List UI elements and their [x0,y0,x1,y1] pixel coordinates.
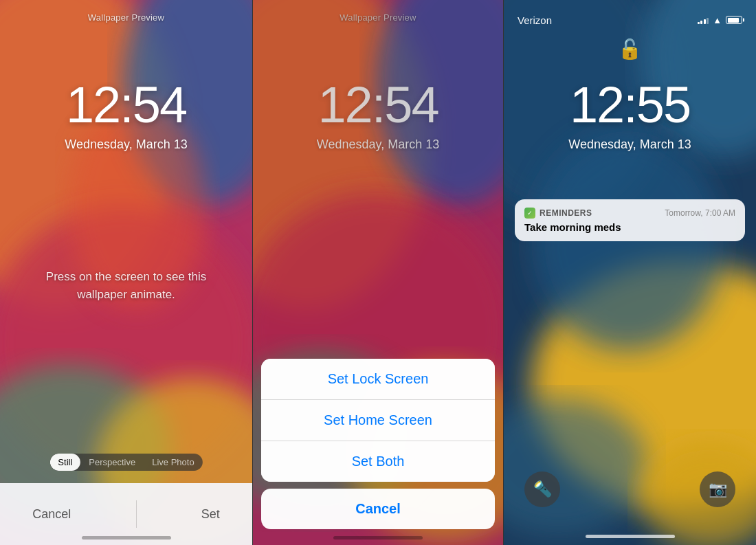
notification-app-name: REMINDERS [540,208,592,218]
phone2-home-indicator [333,536,423,540]
home-indicator [82,536,171,540]
phone3-time: 12:55 [570,76,690,134]
phone1-preview-label: Wallpaper Preview [88,12,164,23]
reminders-app-icon: ✓ [524,208,535,219]
pill-live-photo[interactable]: Live Photo [144,454,202,471]
phone3-status-bar: Verizon ▲ [504,0,756,30]
set-home-screen-button[interactable]: Set Home Screen [261,400,495,441]
cancel-button[interactable]: Cancel [32,507,71,522]
pill-still[interactable]: Still [49,454,80,471]
signal-bar-1 [698,22,700,24]
pill-perspective[interactable]: Perspective [80,454,144,471]
phone1-type-pills[interactable]: Still Perspective Live Photo [49,454,202,471]
carrier-label: Verizon [518,14,552,26]
notification-time: Tomorrow, 7:00 AM [665,208,735,218]
phone3-home-indicator [586,535,675,538]
phone1-time: 12:54 [66,76,186,134]
status-icons: ▲ [698,15,742,25]
camera-button[interactable]: 📷 [700,471,735,507]
wifi-icon: ▲ [713,15,722,25]
action-sheet-group: Set Lock Screen Set Home Screen Set Both [261,359,495,482]
notification-header: ✓ REMINDERS Tomorrow, 7:00 AM [524,208,735,219]
phone2-date: Wednesday, March 13 [317,137,439,152]
phone3-frame: Verizon ▲ 🔓 12:55 Wednesday, March 13 ✓ … [504,0,756,545]
set-button[interactable]: Set [201,507,220,522]
phone3-date: Wednesday, March 13 [568,137,691,152]
set-lock-screen-button[interactable]: Set Lock Screen [261,359,495,400]
notification-card[interactable]: ✓ REMINDERS Tomorrow, 7:00 AM Take morni… [515,199,745,241]
signal-icon [698,16,709,24]
battery-icon [726,16,742,24]
phone3-bottom-icons: 🔦 📷 [504,471,756,507]
battery-fill [728,18,739,23]
signal-bar-2 [700,21,702,24]
action-sheet-cancel-button[interactable]: Cancel [261,489,495,529]
torch-button[interactable]: 🔦 [524,471,560,507]
phone1-animate-hint: Press on the screen to see this wallpape… [44,268,209,303]
phone1-bottom-bar: Cancel Set [0,483,252,545]
phone2-preview-label: Wallpaper Preview [340,12,416,23]
signal-bar-3 [704,19,706,24]
bottom-divider [136,500,137,528]
notification-title: Take morning meds [524,221,735,233]
phone1-date: Wednesday, March 13 [65,137,187,152]
phone2-time: 12:54 [318,76,438,134]
signal-bar-4 [707,18,709,24]
phone1-frame: Wallpaper Preview 12:54 Wednesday, March… [0,0,252,545]
action-sheet: Set Lock Screen Set Home Screen Set Both… [261,359,495,545]
notification-app: ✓ REMINDERS [524,208,592,219]
phone2-frame: Wallpaper Preview 12:54 Wednesday, March… [252,0,504,545]
set-both-button[interactable]: Set Both [261,441,495,482]
lock-icon: 🔓 [618,38,642,60]
